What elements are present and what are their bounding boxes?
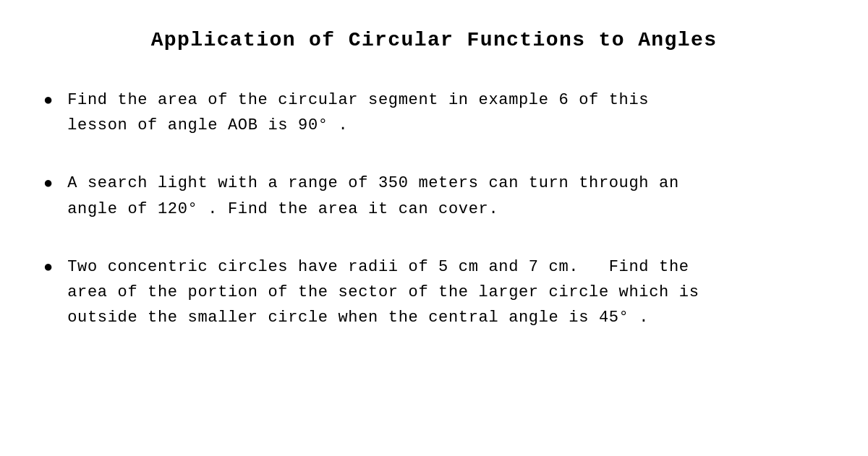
bullet-list: ● Find the area of the circular segment … bbox=[43, 87, 825, 330]
bullet-dot-3: ● bbox=[43, 256, 53, 280]
bullet-text-2: A search light with a range of 350 meter… bbox=[67, 171, 679, 221]
bullet-dot-2: ● bbox=[43, 172, 53, 196]
list-item: ● A search light with a range of 350 met… bbox=[43, 171, 825, 221]
bullet-text-3: Two concentric circles have radii of 5 c… bbox=[67, 254, 699, 331]
bullet-text-1: Find the area of the circular segment in… bbox=[67, 87, 649, 138]
list-item: ● Two concentric circles have radii of 5… bbox=[43, 254, 825, 331]
list-item: ● Find the area of the circular segment … bbox=[43, 87, 825, 138]
page-title: Application of Circular Functions to Ang… bbox=[43, 29, 825, 51]
bullet-dot-1: ● bbox=[43, 89, 53, 113]
